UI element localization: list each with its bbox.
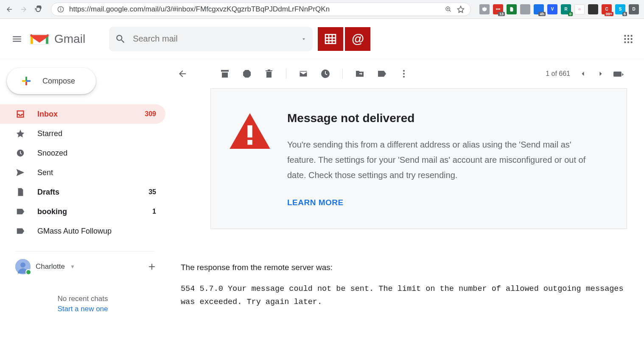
search-box[interactable] <box>109 27 313 51</box>
input-tools-button[interactable] <box>613 69 624 79</box>
chats-empty: No recent chats Start a new one <box>0 295 165 313</box>
svg-point-31 <box>403 73 405 75</box>
mark-unread-button[interactable] <box>298 69 308 79</box>
move-button[interactable] <box>355 69 365 79</box>
svg-line-4 <box>449 10 451 11</box>
search-options-dropdown-icon[interactable] <box>301 36 307 42</box>
bounce-body: You're sending this from a different add… <box>287 137 601 183</box>
hangouts-name[interactable]: Charlotte <box>36 262 65 271</box>
ext-power-icon[interactable] <box>479 4 490 14</box>
response-code: 554 5.7.0 Your message could not be sent… <box>181 282 627 309</box>
sidebar-item-gmass-followup[interactable]: GMass Auto Followup <box>0 221 165 241</box>
forward-button[interactable] <box>20 5 28 14</box>
sidebar-item-snoozed[interactable]: Snoozed <box>0 143 165 163</box>
content-area: 1 of 661 Message not delivered You're se… <box>165 59 644 354</box>
compose-button[interactable]: Compose <box>7 68 96 94</box>
sidebar-item-inbox[interactable]: Inbox 309 <box>0 104 165 124</box>
svg-rect-1 <box>60 8 61 11</box>
separator <box>342 69 343 79</box>
sidebar-item-drafts[interactable]: Drafts 35 <box>0 182 165 202</box>
svg-point-19 <box>624 41 626 43</box>
svg-point-2 <box>60 7 61 8</box>
svg-point-15 <box>630 35 632 36</box>
spam-button[interactable] <box>242 69 252 79</box>
main-menu-button[interactable] <box>7 29 27 49</box>
presence-dot <box>25 269 31 275</box>
address-bar[interactable]: https://mail.google.com/mail/u/3/#inbox/… <box>51 3 471 16</box>
new-chat-button[interactable]: + <box>148 260 155 273</box>
extensions-row: •••13 4h V R0 ○ C99+ S6 D <box>479 4 639 14</box>
svg-rect-33 <box>613 72 622 77</box>
ext-lastpass-icon[interactable]: •••13 <box>493 4 503 14</box>
file-icon <box>15 187 25 197</box>
avatar[interactable] <box>15 259 31 274</box>
svg-rect-34 <box>247 125 252 138</box>
ext-v-icon[interactable]: V <box>547 4 557 14</box>
gmail-m-icon <box>29 31 50 47</box>
gmail-logo[interactable]: Gmail <box>29 31 85 47</box>
google-apps-button[interactable] <box>623 33 634 45</box>
back-to-inbox-button[interactable] <box>177 69 188 79</box>
sidebar: Compose Inbox 309 Starred Snoozed Sent <box>0 59 165 354</box>
snooze-button[interactable] <box>320 69 330 79</box>
plus-icon <box>19 73 34 89</box>
ext-c-icon[interactable]: C99+ <box>602 4 612 14</box>
ext-d-icon[interactable]: D <box>629 4 639 14</box>
gmail-wordmark: Gmail <box>54 32 85 46</box>
gmail-header: Gmail @ <box>0 19 644 59</box>
ext-skype-icon[interactable]: S6 <box>615 4 625 14</box>
back-button[interactable] <box>5 5 14 14</box>
search-input[interactable] <box>133 34 301 44</box>
svg-rect-8 <box>325 34 336 43</box>
ext-save-icon[interactable] <box>520 4 530 14</box>
prev-button[interactable] <box>578 69 588 79</box>
start-chat-link[interactable]: Start a new one <box>0 305 165 313</box>
send-icon <box>15 167 25 178</box>
sidebar-item-sent[interactable]: Sent <box>0 163 165 182</box>
reload-button[interactable] <box>34 5 42 14</box>
more-button[interactable] <box>399 69 409 79</box>
svg-point-13 <box>624 35 626 36</box>
info-icon <box>57 6 64 13</box>
sidebar-item-booking[interactable]: booking 1 <box>0 202 165 221</box>
url-text: https://mail.google.com/mail/u/3/#inbox/… <box>69 5 440 14</box>
learn-more-link[interactable]: LEARN MORE <box>287 198 344 207</box>
svg-point-28 <box>20 262 25 268</box>
warning-icon <box>230 113 270 149</box>
svg-point-30 <box>403 70 405 72</box>
next-button[interactable] <box>596 69 606 79</box>
bounce-card: Message not delivered You're sending thi… <box>210 88 627 229</box>
svg-point-21 <box>630 41 632 43</box>
clock-icon <box>15 148 25 158</box>
svg-point-16 <box>624 38 626 39</box>
message-toolbar: 1 of 661 <box>174 59 627 88</box>
gmass-sheet-button[interactable] <box>318 27 343 51</box>
svg-rect-35 <box>247 140 252 145</box>
inbox-icon <box>15 109 25 119</box>
svg-point-14 <box>627 35 629 36</box>
svg-point-18 <box>630 38 632 39</box>
sidebar-item-starred[interactable]: Starred <box>0 124 165 143</box>
pager-text: 1 of 661 <box>546 70 570 78</box>
delete-button[interactable] <box>264 69 274 79</box>
ext-r-icon[interactable]: R0 <box>561 4 571 14</box>
response-intro: The response from the remote server was: <box>181 263 627 272</box>
ext-rocket-icon[interactable] <box>588 4 598 14</box>
gmass-buttons: @ <box>318 27 370 51</box>
separator <box>286 69 286 79</box>
ext-todoist-icon[interactable]: 4h <box>534 4 544 14</box>
gmass-at-button[interactable]: @ <box>345 27 370 51</box>
star-icon[interactable] <box>457 6 465 13</box>
label-icon <box>15 206 25 217</box>
svg-point-20 <box>627 41 629 43</box>
compose-label: Compose <box>42 77 75 86</box>
labels-button[interactable] <box>377 69 387 79</box>
zoom-icon[interactable] <box>445 6 452 13</box>
svg-point-17 <box>627 38 629 39</box>
archive-button[interactable] <box>220 69 230 79</box>
label-icon <box>15 226 25 236</box>
ext-evernote-icon[interactable] <box>507 4 517 14</box>
chevron-down-icon[interactable]: ▼ <box>70 264 75 270</box>
ext-o-icon[interactable]: ○ <box>574 4 585 14</box>
star-icon <box>15 128 25 139</box>
